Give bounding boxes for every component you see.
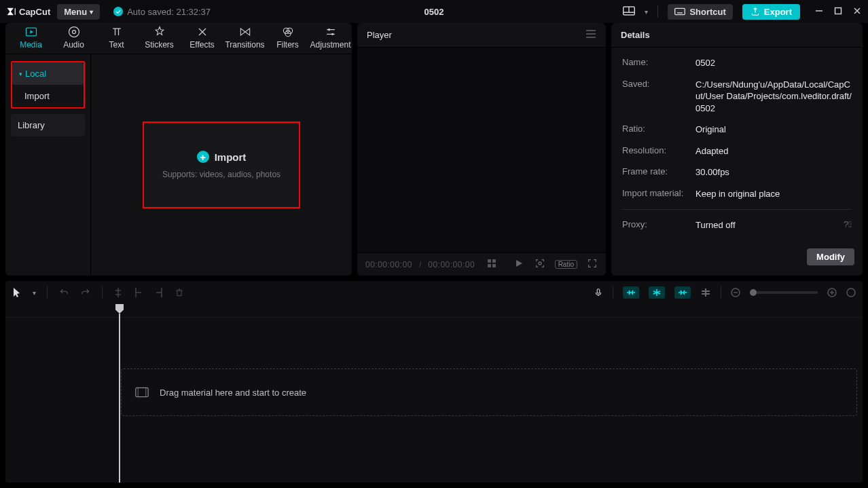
filters-icon [281,25,295,39]
svg-point-26 [847,288,855,297]
minimize-button[interactable] [815,7,823,17]
audio-icon [67,25,81,39]
zoom-out-button[interactable] [731,288,740,297]
import-dropzone[interactable]: + Import Supports: videos, audios, photo… [143,121,300,208]
export-icon [751,7,760,16]
drop-hint-text: Drag material here and start to create [160,388,306,398]
capcut-logo-icon [7,7,16,16]
project-title: 0502 [424,7,444,17]
pointer-dropdown-icon[interactable]: ▾ [33,289,36,297]
export-button[interactable]: Export [742,4,800,20]
grid-icon[interactable] [487,259,496,270]
divider [613,286,613,299]
app-name: CapCut [19,7,50,17]
playhead-line [119,314,120,483]
divider [102,286,103,299]
detail-key-proxy: Proxy: [622,219,695,229]
detail-key-name: Name: [622,57,695,67]
sidebar-item-import[interactable]: Import [12,85,84,107]
svg-point-13 [327,29,329,31]
timecode-current: 00:00:00:00 [365,260,412,269]
check-icon [113,7,123,16]
snap-toggle-2[interactable] [649,286,665,299]
trim-right-tool[interactable] [154,287,164,298]
help-icon[interactable]: ?⃝ [844,219,852,229]
adjustment-icon [324,25,338,39]
svg-rect-3 [675,8,685,14]
maximize-button[interactable] [834,7,842,17]
detail-val-proxy: Turned off [695,219,844,231]
fullscreen-icon[interactable] [587,258,598,271]
tab-adjustment[interactable]: Adjustment [309,22,352,54]
player-panel: Player 00:00:00:00 / 00:00:00:00 Ratio [357,23,606,276]
scan-icon[interactable] [535,258,545,271]
zoom-slider[interactable] [750,291,818,294]
snap-toggle-1[interactable] [623,286,639,299]
redo-button[interactable] [80,288,91,297]
snap-toggle-3[interactable] [674,286,691,299]
pointer-tool[interactable] [12,287,22,298]
sidebar-item-local[interactable]: ▾ Local [12,62,84,85]
close-button[interactable] [853,7,861,17]
menu-button[interactable]: Menu ▾ [57,4,100,20]
player-viewport[interactable] [357,48,606,252]
tab-filters[interactable]: Filters [266,22,309,54]
playhead-handle[interactable] [115,304,124,314]
zoom-fit-button[interactable] [846,288,856,297]
detail-key-framerate: Frame rate: [622,166,695,176]
modify-button[interactable]: Modify [807,248,854,265]
effects-icon [196,25,209,39]
import-title: Import [215,151,247,163]
media-icon [24,25,38,39]
detail-key-saved: Saved: [622,79,695,89]
player-menu-icon[interactable] [585,30,596,40]
keyboard-icon [674,7,685,16]
align-tool[interactable] [700,288,711,297]
export-label: Export [764,7,792,17]
shortcut-button[interactable]: Shortcut [668,4,732,20]
detail-key-resolution: Resolution: [622,145,695,155]
sidebar-item-library[interactable]: Library [11,114,85,136]
tab-audio[interactable]: Audio [52,22,95,54]
details-panel: Details Name:0502 Saved:C:/Users/Ndung'u… [611,23,863,276]
import-area: + Import Supports: videos, audios, photo… [91,54,352,276]
media-sidebar: ▾ Local Import Library [5,54,91,276]
microphone-button[interactable] [594,286,603,299]
detail-val-framerate: 30.00fps [695,166,852,179]
svg-rect-17 [488,264,491,267]
trim-left-tool[interactable] [134,287,143,298]
player-title: Player [367,30,392,40]
tab-stickers[interactable]: Stickers [138,22,181,54]
delete-tool[interactable] [175,287,184,298]
undo-button[interactable] [58,288,69,297]
tab-text[interactable]: Text [95,22,138,54]
divider [721,286,721,299]
timeline-ruler[interactable] [5,304,863,318]
svg-point-9 [72,31,75,34]
split-tool[interactable] [113,287,123,298]
chevron-down-icon[interactable]: ▾ [645,8,648,16]
timeline[interactable]: Drag material here and start to create [5,304,863,483]
zoom-in-button[interactable] [827,288,837,297]
svg-point-8 [69,27,79,37]
menu-label: Menu [64,7,87,17]
play-button[interactable] [514,259,524,270]
tab-effects[interactable]: Effects [181,22,223,54]
svg-point-19 [539,262,541,265]
aspect-ratio-button[interactable]: Ratio [555,260,577,269]
stickers-icon [153,25,166,39]
shortcut-label: Shortcut [689,7,725,17]
layout-icon[interactable] [623,6,635,18]
details-title: Details [611,23,863,48]
tool-tabs: Media Audio Text Stickers Effects Transi… [5,23,352,54]
transitions-icon [238,25,252,39]
sidebar-local-group: ▾ Local Import [11,61,85,109]
detail-val-ratio: Original [695,124,852,136]
zoom-slider-thumb[interactable] [750,289,757,296]
tab-transitions[interactable]: Transitions [223,22,266,54]
triangle-down-icon: ▾ [19,71,22,77]
detail-val-resolution: Adapted [695,145,852,157]
tab-media[interactable]: Media [10,22,52,54]
titlebar: CapCut Menu ▾ Auto saved: 21:32:37 0502 … [0,0,868,23]
timeline-drop-hint[interactable]: Drag material here and start to create [121,369,857,416]
